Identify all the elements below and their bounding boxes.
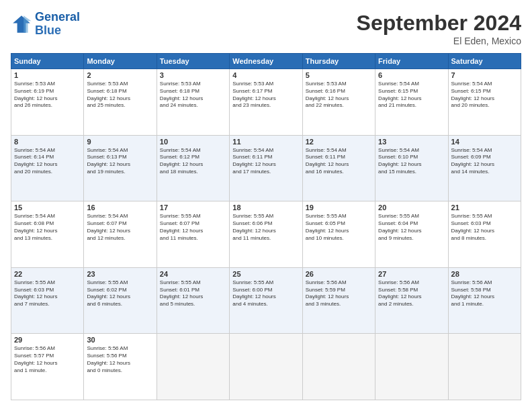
table-row: 14Sunrise: 5:54 AM Sunset: 6:09 PM Dayli… [448,135,521,201]
day-number: 13 [378,138,445,146]
table-row: 5Sunrise: 5:53 AM Sunset: 6:16 PM Daylig… [302,69,375,136]
calendar-row: 8Sunrise: 5:54 AM Sunset: 6:14 PM Daylig… [11,135,521,201]
table-row: 19Sunrise: 5:55 AM Sunset: 6:05 PM Dayli… [302,201,375,268]
table-row: 9Sunrise: 5:54 AM Sunset: 6:13 PM Daylig… [84,135,157,201]
day-number: 30 [87,336,153,344]
table-row: 21Sunrise: 5:55 AM Sunset: 6:03 PM Dayli… [448,201,521,268]
day-number: 7 [451,71,518,79]
table-row: 12Sunrise: 5:54 AM Sunset: 6:11 PM Dayli… [302,135,375,201]
table-row: 25Sunrise: 5:55 AM Sunset: 6:00 PM Dayli… [230,267,302,334]
day-info: Sunrise: 5:54 AM Sunset: 6:11 PM Dayligh… [306,147,372,176]
table-row: 17Sunrise: 5:55 AM Sunset: 6:07 PM Dayli… [157,201,229,268]
table-row: 10Sunrise: 5:54 AM Sunset: 6:12 PM Dayli… [157,135,229,201]
table-row: 28Sunrise: 5:56 AM Sunset: 5:58 PM Dayli… [448,267,521,334]
table-row: 2Sunrise: 5:53 AM Sunset: 6:18 PM Daylig… [84,69,157,136]
day-number: 26 [306,270,372,278]
col-saturday: Saturday [448,54,521,69]
logo-line2: Blue [35,24,61,37]
day-info: Sunrise: 5:55 AM Sunset: 6:00 PM Dayligh… [232,279,299,308]
table-row: 11Sunrise: 5:54 AM Sunset: 6:11 PM Dayli… [230,135,302,201]
day-info: Sunrise: 5:54 AM Sunset: 6:09 PM Dayligh… [451,147,518,176]
table-row [230,334,302,400]
day-number: 23 [87,270,153,278]
calendar-row: 15Sunrise: 5:54 AM Sunset: 6:08 PM Dayli… [11,201,521,268]
table-row: 27Sunrise: 5:56 AM Sunset: 5:58 PM Dayli… [375,267,448,334]
day-number: 15 [14,203,81,212]
day-info: Sunrise: 5:54 AM Sunset: 6:10 PM Dayligh… [378,147,445,176]
table-row: 30Sunrise: 5:56 AM Sunset: 5:56 PM Dayli… [84,334,157,400]
table-row: 6Sunrise: 5:54 AM Sunset: 6:15 PM Daylig… [375,69,448,136]
day-number: 21 [451,203,518,212]
day-info: Sunrise: 5:53 AM Sunset: 6:17 PM Dayligh… [232,81,299,109]
day-number: 18 [232,203,299,212]
day-info: Sunrise: 5:54 AM Sunset: 6:13 PM Dayligh… [87,147,153,176]
col-tuesday: Tuesday [157,54,229,69]
calendar-header-row: Sunday Monday Tuesday Wednesday Thursday… [11,54,521,69]
table-row: 8Sunrise: 5:54 AM Sunset: 6:14 PM Daylig… [11,135,84,201]
day-number: 29 [14,336,81,344]
calendar: Sunday Monday Tuesday Wednesday Thursday… [11,53,521,400]
col-friday: Friday [375,54,448,69]
day-info: Sunrise: 5:55 AM Sunset: 6:01 PM Dayligh… [160,279,226,308]
logo: General Blue [11,11,80,38]
day-number: 6 [378,71,445,79]
table-row [448,334,521,400]
day-info: Sunrise: 5:55 AM Sunset: 6:05 PM Dayligh… [306,213,372,242]
day-info: Sunrise: 5:55 AM Sunset: 6:06 PM Dayligh… [232,213,299,242]
day-number: 2 [87,71,153,79]
day-number: 22 [14,270,81,278]
day-info: Sunrise: 5:55 AM Sunset: 6:07 PM Dayligh… [160,213,226,242]
day-number: 5 [306,71,372,79]
day-number: 10 [160,138,226,146]
day-info: Sunrise: 5:56 AM Sunset: 5:57 PM Dayligh… [14,345,81,374]
day-info: Sunrise: 5:53 AM Sunset: 6:18 PM Dayligh… [87,81,153,109]
calendar-row: 22Sunrise: 5:55 AM Sunset: 6:03 PM Dayli… [11,267,521,334]
table-row: 15Sunrise: 5:54 AM Sunset: 6:08 PM Dayli… [11,201,84,268]
day-info: Sunrise: 5:54 AM Sunset: 6:12 PM Dayligh… [160,147,226,176]
col-sunday: Sunday [11,54,84,69]
day-info: Sunrise: 5:55 AM Sunset: 6:03 PM Dayligh… [14,279,81,308]
day-number: 24 [160,270,226,278]
day-info: Sunrise: 5:55 AM Sunset: 6:02 PM Dayligh… [87,279,153,308]
table-row: 18Sunrise: 5:55 AM Sunset: 6:06 PM Dayli… [230,201,302,268]
table-row: 22Sunrise: 5:55 AM Sunset: 6:03 PM Dayli… [11,267,84,334]
calendar-body: 1Sunrise: 5:53 AM Sunset: 6:19 PM Daylig… [11,69,521,400]
table-row [157,334,229,400]
day-info: Sunrise: 5:56 AM Sunset: 5:58 PM Dayligh… [451,279,518,308]
table-row: 16Sunrise: 5:54 AM Sunset: 6:07 PM Dayli… [84,201,157,268]
day-number: 1 [14,71,81,79]
title-block: September 2024 El Eden, Mexico [357,11,521,46]
day-number: 17 [160,203,226,212]
table-row [375,334,448,400]
page: General Blue September 2024 El Eden, Mex… [0,0,532,411]
col-thursday: Thursday [302,54,375,69]
table-row [302,334,375,400]
table-row: 7Sunrise: 5:54 AM Sunset: 6:15 PM Daylig… [448,69,521,136]
day-number: 19 [306,203,372,212]
table-row: 29Sunrise: 5:56 AM Sunset: 5:57 PM Dayli… [11,334,84,400]
day-info: Sunrise: 5:54 AM Sunset: 6:11 PM Dayligh… [232,147,299,176]
day-number: 12 [306,138,372,146]
table-row: 26Sunrise: 5:56 AM Sunset: 5:59 PM Dayli… [302,267,375,334]
day-number: 11 [232,138,299,146]
header: General Blue September 2024 El Eden, Mex… [11,11,521,46]
logo-icon [11,13,32,35]
col-monday: Monday [84,54,157,69]
table-row: 3Sunrise: 5:53 AM Sunset: 6:18 PM Daylig… [157,69,229,136]
table-row: 23Sunrise: 5:55 AM Sunset: 6:02 PM Dayli… [84,267,157,334]
day-number: 4 [232,71,299,79]
day-number: 14 [451,138,518,146]
location-subtitle: El Eden, Mexico [357,36,521,46]
day-number: 27 [378,270,445,278]
calendar-row: 29Sunrise: 5:56 AM Sunset: 5:57 PM Dayli… [11,334,521,400]
day-number: 25 [232,270,299,278]
col-wednesday: Wednesday [230,54,302,69]
day-info: Sunrise: 5:54 AM Sunset: 6:14 PM Dayligh… [14,147,81,176]
day-info: Sunrise: 5:56 AM Sunset: 5:58 PM Dayligh… [378,279,445,308]
day-info: Sunrise: 5:55 AM Sunset: 6:04 PM Dayligh… [378,213,445,242]
day-number: 20 [378,203,445,212]
day-info: Sunrise: 5:53 AM Sunset: 6:16 PM Dayligh… [306,81,372,109]
day-info: Sunrise: 5:54 AM Sunset: 6:15 PM Dayligh… [451,81,518,109]
table-row: 13Sunrise: 5:54 AM Sunset: 6:10 PM Dayli… [375,135,448,201]
table-row: 1Sunrise: 5:53 AM Sunset: 6:19 PM Daylig… [11,69,84,136]
